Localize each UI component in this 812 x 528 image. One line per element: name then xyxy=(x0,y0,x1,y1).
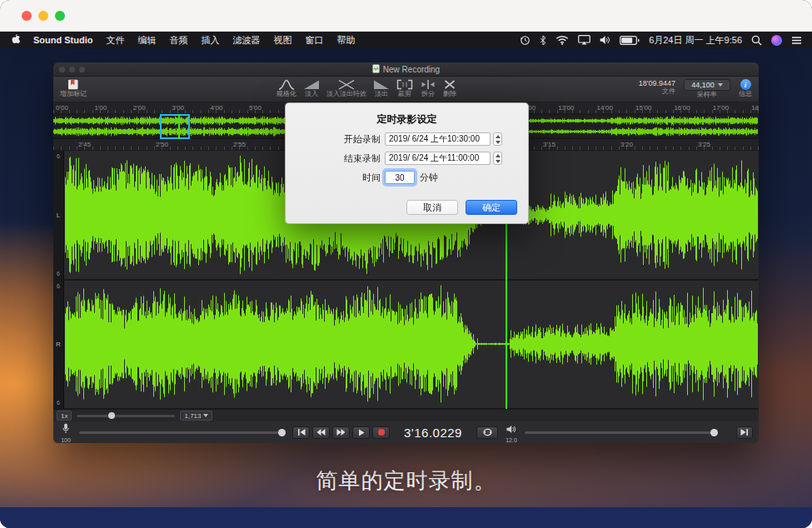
zoom-level-box[interactable]: 1x xyxy=(57,411,72,421)
record-icon xyxy=(378,429,385,436)
menu-insert[interactable]: 插入 xyxy=(201,34,219,47)
apple-menu-icon[interactable] xyxy=(10,33,20,47)
normalize-button[interactable]: 规格化 xyxy=(276,79,296,97)
window-titlebar[interactable]: New Recording xyxy=(53,62,759,77)
step-down-icon[interactable] xyxy=(494,158,501,164)
gain-bottom-label: 6 xyxy=(57,271,60,276)
info-button[interactable]: i xyxy=(740,79,751,90)
siri-icon[interactable] xyxy=(771,35,782,46)
fade-in-out-button[interactable]: 淡入淡出特效 xyxy=(326,79,366,97)
channel-right-label: R xyxy=(56,341,61,348)
play-button[interactable] xyxy=(352,426,370,439)
start-time-row: 开始录制 xyxy=(297,132,528,146)
fade-in-button[interactable]: 淡入 xyxy=(303,79,320,97)
waveform-right-canvas[interactable] xyxy=(65,282,758,406)
zoom-slider[interactable] xyxy=(77,415,175,417)
start-time-stepper[interactable] xyxy=(493,132,502,146)
toolbar-right-group: 18'09.9447 文件 44,100 采样率 i 信息 xyxy=(639,79,752,98)
zoom-slider-handle[interactable] xyxy=(108,412,115,419)
ruler-label: 2'00 xyxy=(133,104,146,112)
ruler-label: 4'00 xyxy=(211,104,223,112)
rewind-button[interactable] xyxy=(312,426,330,439)
zoom-bar: 1x 1,713 xyxy=(53,409,759,421)
search-icon[interactable] xyxy=(751,35,762,46)
step-up-icon[interactable] xyxy=(494,152,501,158)
ruler-label: 5'00 xyxy=(249,104,262,112)
menu-audio[interactable]: 音频 xyxy=(169,34,187,47)
traffic-lights[interactable] xyxy=(22,11,65,21)
loop-button[interactable] xyxy=(476,426,498,439)
input-volume-slider[interactable] xyxy=(79,431,286,434)
close-button[interactable] xyxy=(22,11,32,21)
bluetooth-icon[interactable] xyxy=(540,35,546,46)
app-menu-title[interactable]: Sound Studio xyxy=(33,35,92,45)
end-time-field[interactable] xyxy=(385,152,491,165)
output-slider-handle[interactable] xyxy=(710,429,718,436)
menu-left: Sound Studio 文件 编辑 音频 插入 滤波器 视图 窗口 帮助 xyxy=(10,33,355,47)
duration-row: 时间 分钟 xyxy=(297,171,528,184)
ruler-label: 3'15 xyxy=(543,141,555,148)
menu-window[interactable]: 窗口 xyxy=(305,34,323,47)
battery-icon[interactable] xyxy=(620,36,640,45)
ruler-label: 0'00 xyxy=(56,104,68,112)
ruler-label: 16'00 xyxy=(674,104,690,112)
document-icon xyxy=(372,64,380,75)
menu-help[interactable]: 帮助 xyxy=(336,34,355,47)
sample-rate-dropdown[interactable]: 44,100 xyxy=(684,79,730,91)
right-channel-gutter: 6 R 6 xyxy=(53,281,64,408)
time-machine-icon[interactable] xyxy=(520,35,531,46)
ok-button[interactable]: 确定 xyxy=(466,200,517,215)
menu-file[interactable]: 文件 xyxy=(106,34,124,47)
wifi-icon[interactable] xyxy=(555,35,569,45)
output-volume-block: 12.0 xyxy=(505,422,518,443)
ruler-label: 2'45 xyxy=(78,141,91,148)
menu-view[interactable]: 视图 xyxy=(273,34,291,47)
airplay-icon[interactable] xyxy=(578,35,590,45)
record-button[interactable] xyxy=(372,426,390,439)
window-title: New Recording xyxy=(383,65,440,74)
ruler-label: 3'25 xyxy=(698,141,710,148)
ruler-label: 14'00 xyxy=(597,104,613,112)
duration-suffix: 分钟 xyxy=(420,172,438,184)
end-time-stepper[interactable] xyxy=(493,152,502,165)
waveform-right-channel[interactable]: 6 R 6 xyxy=(53,281,759,409)
zoom-button[interactable] xyxy=(55,11,65,21)
start-time-field[interactable] xyxy=(385,132,491,146)
fade-out-button[interactable]: 淡出 xyxy=(373,79,390,97)
window-size-dropdown[interactable]: 1,713 xyxy=(180,411,212,421)
output-level-value: 12.0 xyxy=(506,437,517,443)
marker-icon xyxy=(67,79,79,90)
loop-icon xyxy=(481,428,494,436)
step-up-icon[interactable] xyxy=(494,133,501,139)
trim-icon xyxy=(396,79,413,90)
trim-button[interactable]: 裁剪 xyxy=(396,79,413,97)
menu-edit[interactable]: 编辑 xyxy=(137,34,156,47)
fast-forward-icon xyxy=(336,429,346,436)
minimize-button[interactable] xyxy=(38,11,48,21)
fade-in-out-icon xyxy=(338,79,355,90)
fade-out-icon xyxy=(373,79,390,90)
info-control: i 信息 xyxy=(739,79,752,97)
overview-selection-box[interactable] xyxy=(160,114,190,139)
input-slider-handle[interactable] xyxy=(278,429,286,436)
cancel-button[interactable]: 取消 xyxy=(406,200,458,215)
split-button[interactable]: 拆分 xyxy=(420,79,436,97)
window-traffic-lights[interactable] xyxy=(59,67,85,72)
gain-top-label: 6 xyxy=(57,153,60,159)
menu-filter[interactable]: 滤波器 xyxy=(232,34,260,47)
left-channel-gutter: 6 L 6 xyxy=(53,151,64,279)
menu-date-time[interactable]: 6月24日 周一 上午9:56 xyxy=(649,34,742,47)
notification-center-icon[interactable] xyxy=(791,36,802,45)
speaker-icon xyxy=(506,422,516,437)
duration-field[interactable] xyxy=(385,171,415,184)
go-to-start-button[interactable] xyxy=(292,426,310,439)
add-marker-button[interactable]: 增加标记 xyxy=(60,79,87,97)
go-to-end-button[interactable] xyxy=(736,426,753,439)
step-down-icon[interactable] xyxy=(494,139,501,145)
screenshot-frame: Sound Studio 文件 编辑 音频 插入 滤波器 视图 窗口 帮助 xyxy=(0,0,812,528)
volume-icon[interactable] xyxy=(600,35,610,45)
delete-button[interactable]: 删除 xyxy=(443,79,456,97)
fast-forward-button[interactable] xyxy=(332,426,350,439)
output-volume-slider[interactable] xyxy=(525,431,718,434)
file-length-value: 18'09.9447 xyxy=(639,79,675,87)
